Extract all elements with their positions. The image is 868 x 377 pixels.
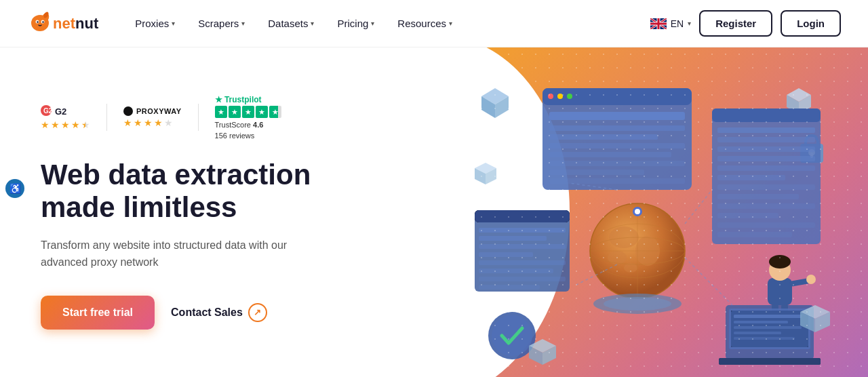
rating-divider [106,104,107,131]
nav-item-pricing[interactable]: Pricing ▾ [328,12,384,35]
nav-item-datasets[interactable]: Datasets ▾ [258,12,323,35]
nav-item-proxies[interactable]: Proxies ▾ [125,12,184,35]
hero-left: G2 G2 ★ ★ ★ ★ ★ PROXYWAY [0,47,420,377]
chevron-down-icon: ▾ [449,20,452,27]
trustpilot-rating: ★ Trustpilot ★ ★ ★ ★ ★ TrustScore 4.6 15… [215,95,281,140]
logo-wordmark: netnut [53,15,98,33]
chevron-down-icon: ▾ [688,20,691,27]
chevron-down-icon: ▾ [241,20,245,27]
rating-divider-2 [198,104,199,131]
login-button[interactable]: Login [781,10,841,37]
svg-text:G2: G2 [43,107,52,115]
trustpilot-stars: ★ ★ ★ ★ ★ [215,106,281,118]
nav-item-resources[interactable]: Resources ▾ [388,12,462,35]
logo-icon [27,8,53,39]
language-selector[interactable]: EN ▾ [650,18,691,29]
nav-right: EN ▾ Register Login [650,10,841,37]
proxyway-rating: PROXYWAY ★ ★ ★ ★ ★ [123,106,182,128]
accessibility-icon: ♿ [9,183,21,194]
hero-headline: Web data extraction made limitless [41,159,380,224]
svg-point-5 [37,21,38,22]
uk-flag-icon [650,18,667,29]
accessibility-button[interactable]: ♿ [5,179,24,198]
g2-rating: G2 G2 ★ ★ ★ ★ ★ [41,105,90,130]
hero-subtext: Transform any website into structured da… [41,237,326,271]
ratings-row: G2 G2 ★ ★ ★ ★ ★ PROXYWAY [41,95,380,140]
logo[interactable]: netnut [27,8,98,39]
svg-point-6 [42,21,43,22]
start-trial-button[interactable]: Start free trial [41,296,155,330]
nav-item-scrapers[interactable]: Scrapers ▾ [189,12,254,35]
register-button[interactable]: Register [699,10,772,37]
hero-section: G2 G2 ★ ★ ★ ★ ★ PROXYWAY [0,47,868,377]
chevron-down-icon: ▾ [172,20,175,27]
proxyway-icon [123,106,133,116]
background-dots [420,47,868,377]
g2-logo: G2 [41,105,52,118]
navbar: netnut Proxies ▾ Scrapers ▾ Datasets ▾ P… [0,0,868,47]
chevron-down-icon: ▾ [371,20,374,27]
chevron-down-icon: ▾ [311,20,314,27]
arrow-icon: ↗ [248,303,267,322]
g2-stars: ★ ★ ★ ★ ★ [41,119,90,130]
cta-buttons: Start free trial Contact Sales ↗ [41,296,380,330]
proxyway-stars: ★ ★ ★ ★ ★ [123,117,173,128]
contact-sales-button[interactable]: Contact Sales ↗ [171,303,267,322]
hero-right [420,47,868,377]
nav-menu: Proxies ▾ Scrapers ▾ Datasets ▾ Pricing … [125,12,650,35]
